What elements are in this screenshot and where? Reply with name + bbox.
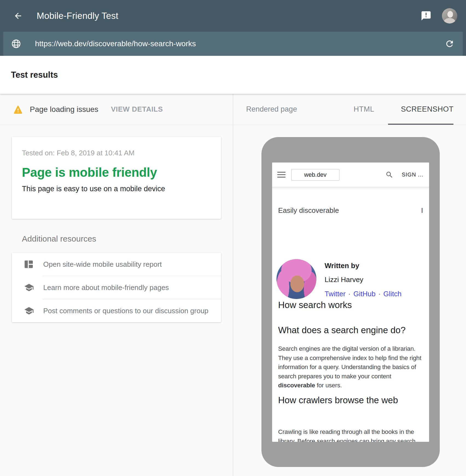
warning-icon — [13, 105, 23, 114]
refresh-button[interactable] — [444, 38, 455, 49]
site-header: web.dev SIGN ... — [272, 162, 429, 187]
right-panel: web.dev SIGN ... Easily discoverable I W… — [233, 125, 466, 476]
plain-text: for users. — [315, 382, 342, 389]
resource-item-usability-report[interactable]: Open site-wide mobile usability report — [12, 253, 221, 276]
resource-label: Open site-wide mobile usability report — [43, 260, 162, 269]
divider — [272, 187, 429, 190]
sign-in-label: SIGN ... — [402, 172, 423, 178]
school-icon — [24, 283, 34, 292]
phone-mockup: web.dev SIGN ... Easily discoverable I W… — [261, 137, 440, 467]
paragraph-line: search prepares you to make your content — [278, 372, 426, 381]
main-content: Tested on: Feb 8, 2019 at 10:41 AM Page … — [0, 125, 466, 476]
issues-label: Page loading issues — [30, 105, 98, 114]
tested-on-text: Tested on: Feb 8, 2019 at 10:41 AM — [22, 149, 210, 157]
tab-bar: Rendered page HTML SCREENSHOT — [233, 94, 466, 125]
link-twitter: Twitter — [325, 290, 346, 298]
article-heading-3: How crawlers browse the web — [278, 395, 398, 405]
verdict-description: This page is easy to use on a mobile dev… — [22, 185, 210, 193]
tool-row: Page loading issues VIEW DETAILS Rendere… — [0, 94, 466, 125]
view-details-link[interactable]: VIEW DETAILS — [111, 105, 163, 114]
breadcrumb-label: Easily discoverable — [278, 206, 339, 215]
search-icon — [385, 171, 394, 179]
feedback-icon — [421, 10, 432, 21]
resources-card: Open site-wide mobile usability report L… — [12, 253, 221, 322]
article-paragraph-2: Crawling is like reading through all the… — [278, 427, 426, 442]
user-avatar[interactable] — [442, 8, 457, 24]
page-title: Test results — [11, 70, 58, 80]
breadcrumb-trailing: I — [421, 206, 423, 215]
app-title: Mobile-Friendly Test — [37, 11, 118, 21]
link-github: GitHub — [353, 290, 375, 298]
article-paragraph-1: Search engines are the digital version o… — [278, 344, 426, 390]
resource-label: Post comments or questions to our discus… — [43, 307, 208, 315]
url-text[interactable]: https://web.dev/discoverable/how-search-… — [35, 39, 444, 48]
result-card: Tested on: Feb 8, 2019 at 10:41 AM Page … — [12, 137, 221, 219]
author-avatar — [276, 259, 316, 299]
bold-text: discoverable — [278, 382, 315, 389]
link-separator: · — [346, 290, 354, 298]
written-by-label: Written by — [325, 262, 359, 270]
paragraph-line: Search engines are the digital version o… — [278, 344, 426, 353]
menu-icon — [277, 172, 286, 178]
author-links: Twitter·GitHub·Glitch — [325, 290, 401, 298]
resource-label: Learn more about mobile-friendly pages — [43, 283, 169, 292]
resource-item-learn-more[interactable]: Learn more about mobile-friendly pages — [12, 276, 221, 299]
paragraph-line: They use a comprehensive index to help f… — [278, 353, 426, 363]
paragraph-line: library. Before search engines can bring… — [278, 437, 426, 442]
issues-row: Page loading issues VIEW DETAILS — [0, 94, 233, 125]
globe-icon — [11, 39, 21, 49]
phone-screen: web.dev SIGN ... Easily discoverable I W… — [272, 162, 429, 442]
url-bar[interactable]: https://web.dev/discoverable/how-search-… — [3, 32, 463, 56]
tab-html[interactable]: HTML — [354, 94, 374, 125]
feedback-button[interactable] — [420, 10, 432, 22]
back-arrow-icon — [13, 11, 23, 21]
site-name-box: web.dev — [291, 169, 339, 181]
results-header: Test results — [0, 56, 466, 94]
paragraph-line: information for a query. Understanding t… — [278, 362, 426, 372]
tab-screenshot[interactable]: SCREENSHOT — [401, 94, 454, 125]
left-panel: Tested on: Feb 8, 2019 at 10:41 AM Page … — [0, 125, 233, 476]
breadcrumb: Easily discoverable I — [278, 206, 423, 215]
resource-item-discussion-group[interactable]: Post comments or questions to our discus… — [12, 299, 221, 322]
additional-resources-heading: Additional resources — [22, 234, 233, 243]
paragraph-line: discoverable for users. — [278, 381, 426, 390]
link-glitch: Glitch — [383, 290, 401, 298]
app-bar-row: Mobile-Friendly Test — [0, 0, 466, 32]
tab-rendered-page[interactable]: Rendered page — [246, 94, 297, 125]
usability-report-icon — [24, 260, 34, 268]
article-heading-2: What does a search engine do? — [278, 325, 406, 335]
paragraph-line: Crawling is like reading through all the… — [278, 427, 426, 437]
refresh-icon — [445, 39, 455, 49]
verdict-text: Page is mobile friendly — [22, 164, 210, 181]
link-separator: · — [375, 290, 383, 298]
active-tab-indicator — [388, 124, 453, 125]
article-title: How search works — [278, 300, 352, 310]
app-bar: Mobile-Friendly Test https://web.dev/dis… — [0, 0, 466, 56]
school-icon — [24, 306, 34, 316]
author-name: Lizzi Harvey — [325, 275, 363, 284]
back-button[interactable] — [13, 10, 24, 21]
